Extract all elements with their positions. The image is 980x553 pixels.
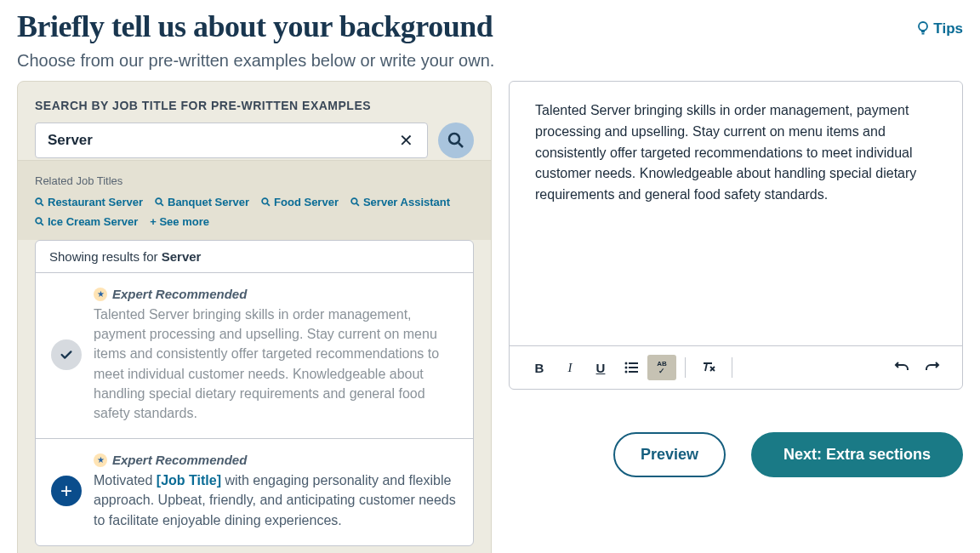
toolbar-divider bbox=[732, 357, 732, 378]
editor-box: Talented Server bringing skills in order… bbox=[509, 81, 963, 390]
search-icon bbox=[35, 217, 44, 226]
result-text: Motivated [Job Title] with engaging pers… bbox=[94, 470, 458, 530]
search-input[interactable] bbox=[48, 132, 397, 149]
related-panel: Related Job Titles Restaurant Server Ban… bbox=[18, 160, 491, 240]
redo-icon bbox=[925, 361, 940, 374]
related-tag[interactable]: Ice Cream Server bbox=[35, 215, 138, 228]
star-icon: ★ bbox=[94, 288, 107, 301]
results-header: Showing results for Server bbox=[36, 241, 473, 273]
search-icon bbox=[447, 132, 464, 149]
editor-toolbar: B I U AB✓ bbox=[510, 345, 962, 389]
related-tag[interactable]: Server Assistant bbox=[350, 196, 450, 208]
search-button[interactable] bbox=[438, 123, 474, 158]
search-label: SEARCH BY JOB TITLE FOR PRE-WRITTEN EXAM… bbox=[35, 99, 474, 112]
clear-format-icon bbox=[701, 361, 716, 374]
page-title: Briefly tell us about your background bbox=[17, 9, 494, 44]
svg-point-6 bbox=[36, 218, 42, 224]
editor-content[interactable]: Talented Server bringing skills in order… bbox=[510, 82, 962, 345]
svg-point-5 bbox=[351, 198, 357, 204]
bullet-list-icon bbox=[624, 362, 638, 373]
clear-search-icon[interactable]: ✕ bbox=[397, 130, 415, 151]
svg-point-0 bbox=[919, 22, 927, 31]
search-icon bbox=[261, 197, 271, 207]
svg-rect-12 bbox=[629, 371, 638, 373]
next-button[interactable]: Next: Extra sections bbox=[751, 432, 963, 477]
related-tag[interactable]: Banquet Server bbox=[155, 196, 249, 208]
job-title-placeholder: [Job Title] bbox=[157, 473, 221, 487]
svg-rect-10 bbox=[629, 367, 638, 368]
result-item[interactable]: ★ Expert Recommended Talented Server bri… bbox=[36, 273, 473, 439]
svg-rect-8 bbox=[629, 362, 638, 364]
search-icon bbox=[155, 197, 164, 207]
examples-panel: SEARCH BY JOB TITLE FOR PRE-WRITTEN EXAM… bbox=[17, 81, 492, 553]
related-tag[interactable]: Restaurant Server bbox=[35, 196, 143, 208]
undo-button[interactable] bbox=[887, 355, 916, 380]
search-icon bbox=[350, 197, 360, 207]
underline-button[interactable]: U bbox=[586, 355, 615, 380]
clear-format-button[interactable] bbox=[694, 355, 723, 380]
tips-label: Tips bbox=[933, 20, 963, 37]
expert-badge: ★ Expert Recommended bbox=[94, 287, 458, 301]
spellcheck-button[interactable]: AB✓ bbox=[647, 355, 676, 380]
svg-point-7 bbox=[625, 362, 628, 365]
search-input-wrap: ✕ bbox=[35, 123, 428, 158]
selected-check-icon[interactable] bbox=[51, 339, 82, 370]
results-box: Showing results for Server ★ Expert Reco… bbox=[35, 240, 474, 546]
editor-panel: Talented Server bringing skills in order… bbox=[509, 81, 963, 477]
add-result-icon[interactable]: + bbox=[51, 476, 82, 506]
tips-button[interactable]: Tips bbox=[916, 20, 963, 37]
bold-button[interactable]: B bbox=[525, 355, 554, 380]
related-tag[interactable]: Food Server bbox=[261, 196, 339, 208]
action-row: Preview Next: Extra sections bbox=[509, 432, 963, 477]
svg-point-1 bbox=[449, 134, 459, 144]
svg-point-9 bbox=[625, 367, 628, 369]
star-icon: ★ bbox=[94, 453, 107, 467]
related-tags: Restaurant Server Banquet Server Food Se… bbox=[35, 196, 474, 228]
italic-button[interactable]: I bbox=[556, 355, 584, 380]
result-text: Talented Server bringing skills in order… bbox=[94, 305, 458, 423]
lightbulb-icon bbox=[916, 20, 930, 37]
preview-button[interactable]: Preview bbox=[613, 432, 726, 477]
see-more-link[interactable]: + See more bbox=[150, 215, 209, 228]
result-item[interactable]: + ★ Expert Recommended Motivated [Job Ti… bbox=[36, 439, 473, 545]
toolbar-divider bbox=[685, 357, 686, 378]
svg-point-2 bbox=[36, 198, 42, 204]
svg-point-4 bbox=[262, 198, 268, 204]
svg-point-3 bbox=[156, 198, 162, 204]
page-subtitle: Choose from our pre-written examples bel… bbox=[17, 51, 494, 71]
bullet-list-button[interactable] bbox=[617, 355, 646, 380]
expert-badge: ★ Expert Recommended bbox=[94, 453, 458, 467]
redo-button[interactable] bbox=[918, 355, 947, 380]
search-icon bbox=[35, 197, 44, 207]
svg-point-11 bbox=[625, 371, 628, 373]
undo-icon bbox=[894, 361, 909, 374]
related-label: Related Job Titles bbox=[35, 174, 474, 187]
